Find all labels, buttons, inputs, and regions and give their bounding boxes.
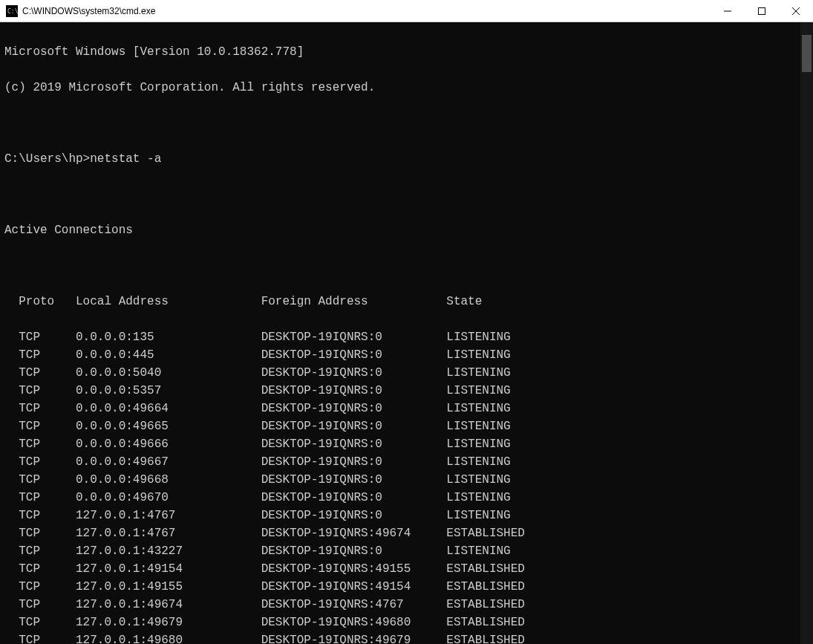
header-version: Microsoft Windows [Version 10.0.18362.77…	[4, 43, 813, 61]
table-row: TCP 0.0.0.0:49667 DESKTOP-19IQNRS:0 LIST…	[4, 453, 813, 471]
titlebar[interactable]: C:\ C:\WINDOWS\system32\cmd.exe	[0, 0, 813, 22]
table-row: TCP 127.0.0.1:49679 DESKTOP-19IQNRS:4968…	[4, 614, 813, 631]
scrollbar-thumb[interactable]	[802, 35, 812, 72]
table-row: TCP 127.0.0.1:4767 DESKTOP-19IQNRS:49674…	[4, 524, 813, 542]
blank-line	[4, 114, 813, 132]
section-title: Active Connections	[4, 221, 813, 239]
prompt-path: C:\Users\hp>	[4, 152, 90, 166]
column-headers: ProtoLocal AddressForeign AddressState	[4, 293, 813, 310]
prompt-command: netstat -a	[90, 152, 161, 166]
window-title: C:\WINDOWS\system32\cmd.exe	[22, 6, 711, 16]
svg-text:C:\: C:\	[7, 8, 18, 15]
table-row: TCP 0.0.0.0:5040 DESKTOP-19IQNRS:0 LISTE…	[4, 364, 813, 382]
terminal-output[interactable]: Microsoft Windows [Version 10.0.18362.77…	[0, 22, 813, 644]
table-row: TCP 127.0.0.1:49155 DESKTOP-19IQNRS:4915…	[4, 578, 813, 596]
header-copyright: (c) 2019 Microsoft Corporation. All righ…	[4, 79, 813, 97]
col-foreign: Foreign Address	[261, 293, 447, 310]
prompt-line: C:\Users\hp>netstat -a	[4, 150, 813, 168]
table-row: TCP 127.0.0.1:43227 DESKTOP-19IQNRS:0 LI…	[4, 542, 813, 560]
maximize-button[interactable]	[745, 0, 779, 22]
table-row: TCP 127.0.0.1:49674 DESKTOP-19IQNRS:4767…	[4, 596, 813, 614]
col-local: Local Address	[76, 293, 261, 310]
scrollbar-track[interactable]	[800, 22, 813, 644]
table-row: TCP 0.0.0.0:445 DESKTOP-19IQNRS:0 LISTEN…	[4, 346, 813, 364]
table-row: TCP 0.0.0.0:49670 DESKTOP-19IQNRS:0 LIST…	[4, 489, 813, 507]
table-row: TCP 0.0.0.0:49668 DESKTOP-19IQNRS:0 LIST…	[4, 471, 813, 489]
blank-line	[4, 186, 813, 204]
window-controls	[711, 0, 813, 22]
col-proto: Proto	[19, 293, 76, 310]
table-row: TCP 0.0.0.0:5357 DESKTOP-19IQNRS:0 LISTE…	[4, 382, 813, 400]
table-row: TCP 0.0.0.0:49664 DESKTOP-19IQNRS:0 LIST…	[4, 400, 813, 417]
table-row: TCP 127.0.0.1:49154 DESKTOP-19IQNRS:4915…	[4, 560, 813, 578]
svg-rect-3	[759, 7, 765, 14]
minimize-button[interactable]	[711, 0, 745, 22]
table-row: TCP 0.0.0.0:49665 DESKTOP-19IQNRS:0 LIST…	[4, 417, 813, 435]
close-button[interactable]	[779, 0, 813, 22]
table-row: TCP 0.0.0.0:49666 DESKTOP-19IQNRS:0 LIST…	[4, 435, 813, 453]
cmd-icon: C:\	[6, 5, 18, 17]
blank-line	[4, 257, 813, 275]
table-row: TCP 127.0.0.1:4767 DESKTOP-19IQNRS:0 LIS…	[4, 507, 813, 524]
netstat-rows: TCP 0.0.0.0:135 DESKTOP-19IQNRS:0 LISTEN…	[4, 328, 813, 644]
col-state: State	[446, 293, 482, 310]
table-row: TCP 0.0.0.0:135 DESKTOP-19IQNRS:0 LISTEN…	[4, 328, 813, 346]
table-row: TCP 127.0.0.1:49680 DESKTOP-19IQNRS:4967…	[4, 631, 813, 644]
